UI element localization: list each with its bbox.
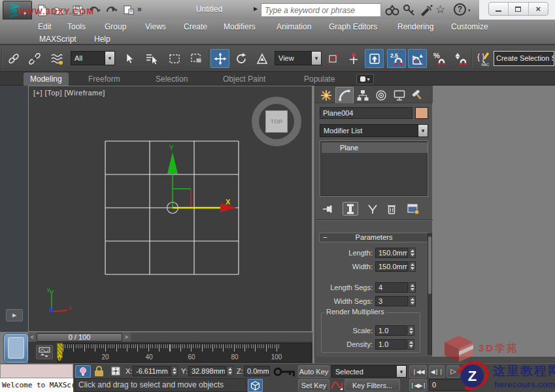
isolate-selection-toggle[interactable]: [75, 365, 91, 378]
x-coord-spinner[interactable]: [171, 366, 178, 376]
restore-button[interactable]: [509, 3, 528, 15]
width-field[interactable]: 150.0mm: [375, 261, 408, 272]
select-and-rotate-button[interactable]: [231, 49, 250, 68]
menu-create[interactable]: Create: [184, 22, 207, 31]
previous-frame-arrow[interactable]: <: [28, 333, 37, 342]
current-frame-field[interactable]: 0: [429, 379, 469, 391]
tab-modify[interactable]: [335, 87, 354, 103]
ribbon-tab-freeform[interactable]: Freeform: [82, 73, 127, 86]
menu-modifiers[interactable]: Modifiers: [224, 22, 256, 31]
tab-utilities[interactable]: [409, 87, 427, 103]
show-end-result-button[interactable]: [343, 202, 358, 216]
select-and-link-button[interactable]: [4, 49, 23, 68]
time-slider-handle[interactable]: 0 / 100: [37, 333, 122, 342]
scale-field[interactable]: 1.0: [375, 325, 407, 336]
set-keys-key-button[interactable]: [273, 365, 297, 380]
qat-overflow-button[interactable]: »: [137, 5, 142, 14]
select-and-manipulate-button[interactable]: [344, 49, 363, 68]
select-and-scale-button[interactable]: [252, 49, 271, 68]
minimize-button[interactable]: [489, 3, 509, 15]
infocenter-expand-arrow[interactable]: ▶: [254, 6, 258, 12]
layout-tabs-expand-button[interactable]: ▶: [6, 309, 23, 321]
z-coord-field[interactable]: 0.0mm: [244, 366, 270, 376]
length-field[interactable]: 150.0mm: [375, 248, 408, 258]
move-gizmo[interactable]: Y X: [167, 144, 237, 214]
selection-filter-dropdown-arrow[interactable]: [105, 52, 114, 65]
viewport-label[interactable]: [+] [Top] [Wireframe]: [33, 89, 105, 97]
viewcube-top-face[interactable]: TOP: [265, 110, 288, 133]
ribbon-minimize-dropdown[interactable]: [356, 74, 374, 84]
density-spinner[interactable]: [407, 339, 414, 350]
use-pivot-point-center-button[interactable]: [323, 49, 342, 68]
menu-group[interactable]: Group: [105, 22, 126, 31]
width-spinner[interactable]: [409, 261, 416, 272]
select-and-move-button[interactable]: [210, 49, 229, 68]
search-input[interactable]: [261, 3, 381, 17]
ribbon-tab-object-paint[interactable]: Object Paint: [216, 73, 272, 86]
coord-system-dropdown-arrow[interactable]: [311, 52, 321, 65]
key-mode-toggle[interactable]: ❘◀▶❘: [409, 379, 427, 391]
window-crossing-toggle[interactable]: [187, 49, 206, 68]
modifier-stack[interactable]: Plane: [320, 140, 428, 197]
menu-graph-editors[interactable]: Graph Editors: [329, 22, 377, 31]
make-unique-button[interactable]: [365, 202, 380, 216]
scrollbar-thumb[interactable]: [428, 237, 431, 294]
modifier-list-dropdown-arrow[interactable]: [418, 125, 428, 137]
default-in-out-tangents-button[interactable]: [331, 380, 343, 392]
selection-lock-toggle[interactable]: [94, 366, 104, 376]
snaps-toggle-2.5d[interactable]: 2.5: [387, 49, 406, 68]
length-spinner[interactable]: [409, 248, 416, 258]
width-segs-field[interactable]: 3: [375, 296, 408, 306]
key-scope-dropdown-arrow[interactable]: [396, 366, 406, 377]
viewport-top[interactable]: Y X y x [+] [Top] [Wireframe] TOP: [28, 86, 312, 332]
search-button[interactable]: [385, 4, 400, 18]
track-bar-ruler[interactable]: 20 40 60 80 100: [57, 343, 312, 363]
subscription-button[interactable]: [403, 4, 416, 18]
length-segs-field[interactable]: 4: [375, 282, 408, 293]
auto-key-button[interactable]: Auto Key: [298, 365, 329, 378]
communication-center-button[interactable]: [419, 4, 433, 18]
menu-rendering[interactable]: Rendering: [397, 22, 433, 31]
ribbon-tab-populate[interactable]: Populate: [297, 73, 341, 86]
play-button[interactable]: ▷: [446, 365, 460, 378]
y-coord-spinner[interactable]: [226, 366, 233, 376]
ribbon-tab-selection[interactable]: Selection: [149, 73, 194, 86]
tab-motion[interactable]: [372, 87, 390, 103]
toolbar-grip[interactable]: [1, 50, 3, 67]
tab-display[interactable]: [390, 87, 409, 103]
tab-hierarchy[interactable]: [354, 87, 372, 103]
help-dropdown-arrow[interactable]: ▾: [468, 8, 471, 13]
panel-scrollbar[interactable]: [428, 233, 432, 355]
rectangular-selection-region-button[interactable]: [165, 49, 184, 68]
unlink-selection-button[interactable]: [25, 49, 44, 68]
set-key-button[interactable]: Set Key: [298, 379, 329, 391]
y-coord-field[interactable]: 32.898mm: [188, 366, 226, 376]
menu-tools[interactable]: Tools: [67, 22, 86, 31]
tab-create[interactable]: [317, 87, 335, 103]
modifier-list-dropdown[interactable]: Modifier List: [320, 124, 428, 137]
go-to-start-button[interactable]: ❘◀◀: [409, 365, 427, 378]
key-filters-button[interactable]: Key Filters...: [345, 379, 400, 391]
remove-modifier-button[interactable]: [384, 202, 399, 216]
menu-views[interactable]: Views: [145, 22, 166, 31]
viewport-layout-tab[interactable]: [3, 333, 29, 363]
parameters-rollout-header[interactable]: − Parameters: [319, 233, 429, 242]
selection-filter-dropdown[interactable]: All: [71, 51, 115, 65]
spinner-snap-toggle[interactable]: [451, 49, 470, 68]
pin-stack-button[interactable]: [320, 202, 336, 216]
configure-modifier-sets-button[interactable]: [405, 202, 421, 216]
maxscript-mini-listener[interactable]: Welcome to MAXScript: [0, 378, 73, 392]
previous-frame-button[interactable]: ◀❘❘: [429, 365, 445, 378]
scale-spinner[interactable]: [407, 325, 414, 336]
adaptive-degradation-toggle[interactable]: [248, 379, 263, 392]
macro-recorder-pane[interactable]: [0, 364, 73, 378]
favorites-star-icon[interactable]: ☆: [435, 3, 445, 16]
width-segs-spinner[interactable]: [409, 296, 416, 306]
length-segs-spinner[interactable]: [409, 282, 416, 293]
percent-snap-toggle[interactable]: %: [430, 49, 449, 68]
object-name-field[interactable]: Plane004: [320, 107, 412, 119]
help-button[interactable]: ?: [454, 3, 466, 16]
select-object-button[interactable]: [119, 49, 138, 68]
create-selection-set-field[interactable]: Create Selection S: [494, 51, 554, 66]
menu-help[interactable]: Help: [94, 35, 110, 44]
